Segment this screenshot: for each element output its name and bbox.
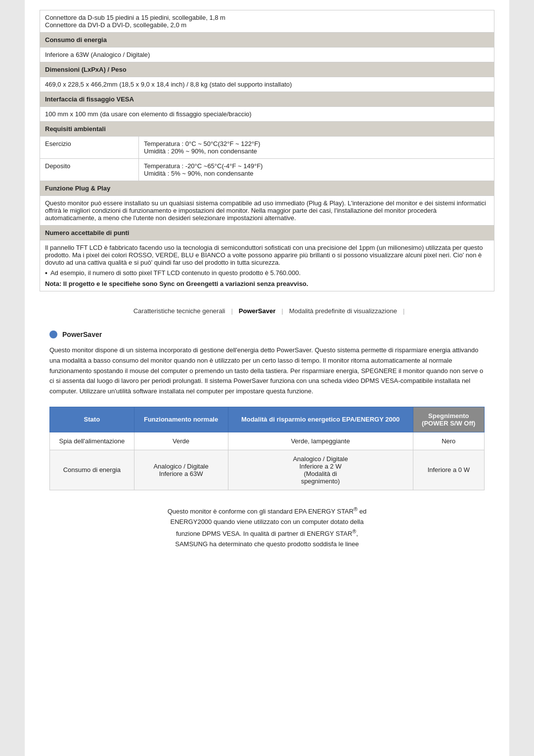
powersaver-table: Stato Funzionamento normale Modalità di … — [49, 407, 485, 490]
nav-sep-1: | — [231, 307, 232, 315]
power-saver-icon — [49, 331, 57, 338]
tab-powersaver[interactable]: PowerSaver — [235, 306, 279, 316]
section-row-energia: Consumo di energia — [40, 33, 494, 47]
row-energia-value: Inferiore a 63W (Analogico / Digitale) — [40, 47, 494, 62]
row-vesa-value: 100 mm x 100 mm (da usare con elemento d… — [40, 107, 494, 122]
connector-text: Connettore da D-sub 15 piedini a 15 pied… — [40, 10, 494, 33]
ps-header-spegnimento: Spegnimento(POWER S/W Off) — [413, 407, 484, 432]
section-header-punti: Numero accettabile di punti — [40, 226, 494, 240]
bottom-text-block: Questo monitor è conforme con gli standa… — [49, 505, 485, 550]
deposito-value: Temperatura : -20°C ~65°C(-4°F ~ 149°F) … — [139, 159, 494, 181]
ps-consumo-stato: Consumo di energia — [50, 450, 134, 490]
ps-consumo-risparmio: Analogico / DigitaleInferiore a 2 W(Moda… — [228, 450, 413, 490]
esercizio-value: Temperatura : 0°C ~ 50°C(32°F ~ 122°F) U… — [139, 137, 494, 159]
ps-spia-stato: Spia dell'alimentazione — [50, 432, 134, 450]
deposito-label: Deposito — [40, 159, 139, 181]
section-row-vesa: Interfaccia di fissaggio VESA — [40, 92, 494, 107]
esercizio-label: Esercizio — [40, 137, 139, 159]
ps-consumo-spegnimento: Inferiore a 0 W — [413, 450, 484, 490]
row-punti-text: Il pannello TFT LCD è fabbricato facendo… — [40, 240, 494, 291]
row-deposito: Deposito Temperatura : -20°C ~65°C(-4°F … — [40, 159, 494, 181]
ps-spia-risparmio: Verde, lampeggiante — [228, 432, 413, 450]
vesa-value: 100 mm x 100 mm (da usare con elemento d… — [40, 107, 494, 122]
plugplay-value: Questo monitor può essere installato su … — [40, 196, 494, 226]
row-dimensioni-value: 469,0 x 228,5 x 466,2mm (18,5 x 9,0 x 18… — [40, 77, 494, 92]
section-row-dimensioni: Dimensioni (LxPxA) / Peso — [40, 62, 494, 77]
energia-value: Inferiore a 63W (Analogico / Digitale) — [40, 47, 494, 62]
tab-modalita[interactable]: Modalità predefinite di visualizzazione — [285, 306, 401, 316]
page-wrapper: Connettore da D-sub 15 piedini a 15 pied… — [25, 0, 509, 756]
ps-row-spia: Spia dell'alimentazione Verde Verde, lam… — [50, 432, 485, 450]
row-esercizio: Esercizio Temperatura : 0°C ~ 50°C(32°F … — [40, 137, 494, 159]
punti-text: Il pannello TFT LCD è fabbricato facendo… — [40, 240, 494, 291]
powersaver-section: PowerSaver Questo monitor dispone di un … — [40, 331, 494, 550]
section-header-vesa: Interfaccia di fissaggio VESA — [40, 92, 494, 107]
specs-table: Connettore da D-sub 15 piedini a 15 pied… — [40, 10, 494, 291]
ps-consumo-funzionamento: Analogico / DigitaleInferiore a 63W — [134, 450, 228, 490]
nav-tabs: Caratteristiche tecniche generali | Powe… — [40, 306, 494, 316]
powersaver-title: PowerSaver — [62, 331, 102, 338]
connector-row: Connettore da D-sub 15 piedini a 15 pied… — [40, 10, 494, 33]
punti-note: Nota: Il progetto e le specifiehe sono S… — [45, 280, 489, 287]
section-row-punti: Numero accettabile di punti — [40, 226, 494, 240]
ps-header-stato: Stato — [50, 407, 134, 432]
punti-bullet: Ad esempio, il numero di sotto pixel TFT… — [45, 269, 489, 277]
dimensioni-value: 469,0 x 228,5 x 466,2mm (18,5 x 9,0 x 18… — [40, 77, 494, 92]
ps-row-consumo: Consumo di energia Analogico / DigitaleI… — [50, 450, 485, 490]
nav-sep-2: | — [281, 307, 283, 315]
tab-caratteristiche[interactable]: Caratteristiche tecniche generali — [130, 306, 229, 316]
section-header-energia: Consumo di energia — [40, 33, 494, 47]
ps-spia-spegnimento: Nero — [413, 432, 484, 450]
ps-header-funzionamento: Funzionamento normale — [134, 407, 228, 432]
ps-table-header-row: Stato Funzionamento normale Modalità di … — [50, 407, 485, 432]
section-header-plugplay: Funzione Plug & Play — [40, 181, 494, 196]
section-header-ambientali: Requisiti ambientali — [40, 122, 494, 137]
bottom-text: Questo monitor è conforme con gli standa… — [49, 505, 485, 550]
row-plugplay-value: Questo monitor può essere installato su … — [40, 196, 494, 226]
section-header-dimensioni: Dimensioni (LxPxA) / Peso — [40, 62, 494, 77]
ps-spia-funzionamento: Verde — [134, 432, 228, 450]
ps-header-risparmio: Modalità di risparmio energetico EPA/ENE… — [228, 407, 413, 432]
powersaver-header: PowerSaver — [49, 331, 485, 338]
section-row-ambientali: Requisiti ambientali — [40, 122, 494, 137]
section-row-plugplay: Funzione Plug & Play — [40, 181, 494, 196]
powersaver-description: Questo monitor dispone di un sistema inc… — [49, 345, 485, 397]
nav-sep-3: | — [403, 307, 404, 315]
